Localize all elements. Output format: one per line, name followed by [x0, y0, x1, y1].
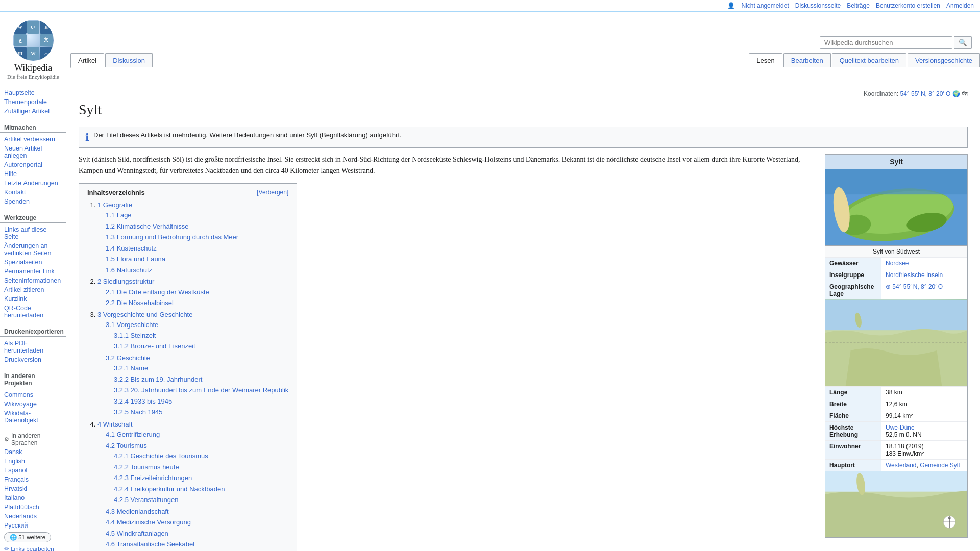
site-title: Wikipedia	[14, 63, 52, 73]
sidebar-item-kurzlink[interactable]: Kurzlink	[0, 294, 66, 304]
user-icon: 👤	[727, 2, 735, 9]
sidebar-item-lang-nederlands[interactable]: Nederlands	[0, 512, 66, 521]
infobox-value-gewaesser: Nordsee	[881, 258, 967, 269]
wikipedia-logo[interactable]: WいЯ ع文 ШWω	[13, 20, 54, 61]
search-input[interactable]	[820, 36, 952, 49]
sidebar-languages-title: ⚙ In anderen Sprachen	[0, 431, 66, 447]
search-button[interactable]: 🔍	[954, 36, 972, 49]
sidebar-item-verlinkungen[interactable]: Änderungen an verlinkten Seiten	[0, 241, 66, 258]
toc-item-3-2-3: 3.2.3 20. Jahrhundert bis zum Ende der W…	[114, 385, 288, 396]
sidebar-item-lang-russian[interactable]: Русский	[0, 521, 66, 530]
sidebar-item-lang-dansk[interactable]: Dansk	[0, 447, 66, 457]
sidebar-item-wikivoyage[interactable]: Wikivoyage	[0, 399, 66, 409]
infobox-label-breite: Breite	[825, 398, 881, 410]
sidebar-item-themenportale[interactable]: Themenportale	[0, 97, 66, 107]
sidebar-item-lang-espanol[interactable]: Español	[0, 466, 66, 475]
links-bearbeiten[interactable]: ✏ Links bearbeiten	[0, 544, 58, 551]
toc-item-4-1: 4.1 Gentrifizierung	[106, 429, 288, 440]
sidebar-item-lang-italiano[interactable]: Italiano	[0, 493, 66, 503]
tab-diskussion[interactable]: Diskussion	[105, 53, 153, 67]
toc-item-3-1: 3.1 Vorgeschichte 3.1.1 Steinzeit 3.1.2 …	[106, 319, 288, 353]
sidebar-item-lang-francais[interactable]: Français	[0, 475, 66, 484]
sidebar-item-qrcode[interactable]: QR-Code herunterladen	[0, 304, 66, 320]
languages-label: In anderen Sprachen	[11, 432, 62, 446]
sidebar-item-artikel-verbessern[interactable]: Artikel verbessern	[0, 135, 66, 144]
toc-item-4-6: 4.6 Transatlantische Seekabel	[106, 539, 288, 550]
sidebar-item-hauptseite[interactable]: Hauptseite	[0, 88, 66, 97]
toc-item-1-5: 1.5 Flora und Fauna	[106, 254, 288, 265]
sidebar-item-autorenportal[interactable]: Autorenportal	[0, 160, 66, 169]
infobox-map2[interactable]: N	[825, 471, 967, 537]
sidebar-item-aenderungen[interactable]: Letzte Änderungen	[0, 179, 66, 188]
infobox-value-laenge: 38 km	[881, 387, 967, 398]
infobox-value-lage: ⊕ 54° 55′ N, 8° 20′ O	[881, 281, 967, 299]
sidebar-item-lang-plattdutsch[interactable]: Plattdüütsch	[0, 503, 66, 512]
infobox-row-flaeche: Fläche 99,14 km²	[825, 410, 967, 421]
tab-artikel[interactable]: Artikel	[70, 53, 104, 68]
sidebar-item-spezialseiten[interactable]: Spezialseiten	[0, 258, 66, 267]
toc-item-4-2-3: 4.2.3 Freizeiteinrichtungen	[114, 472, 288, 484]
view-tab-group: Lesen Bearbeiten Quelltext bearbeiten Ve…	[749, 53, 980, 67]
login-link[interactable]: Anmelden	[946, 2, 974, 9]
tab-bearbeiten[interactable]: Bearbeiten	[783, 53, 831, 67]
toc-item-2-2: 2.2 Die Nössehalbinsel	[106, 297, 288, 309]
sidebar-item-hilfe[interactable]: Hilfe	[0, 169, 66, 179]
sidebar-item-neuer-artikel[interactable]: Neuen Artikel anlegen	[0, 144, 66, 160]
toc-item-2-1: 2.1 Die Orte entlang der Westküste	[106, 287, 288, 298]
infobox-value-hoechste: Uwe-Düne52,5 m ü. NN	[881, 422, 967, 440]
infobox-title: Sylt	[825, 155, 967, 169]
more-languages-badge[interactable]: 🌐 51 weitere	[4, 532, 51, 542]
sidebar-item-zitieren[interactable]: Artikel zitieren	[0, 285, 66, 294]
article-tab-group: Artikel Diskussion	[70, 53, 153, 67]
tab-lesen[interactable]: Lesen	[749, 53, 782, 68]
tab-quelltext[interactable]: Quelltext bearbeiten	[832, 53, 906, 67]
infobox-row-laenge: Länge 38 km	[825, 386, 967, 398]
article-main: Sylt (dänisch Sild, nordfriesisch Söl) i…	[79, 154, 817, 551]
sidebar-item-permanenter-link[interactable]: Permanenter Link	[0, 267, 66, 276]
sidebar-item-spenden[interactable]: Spenden	[0, 197, 66, 206]
toc-item-3-2: 3.2 Geschichte 3.2.1 Name 3.2.2 Bis zum …	[106, 353, 288, 418]
toc-title: Inhaltsverzeichnis [Verbergen]	[87, 189, 288, 196]
sidebar-item-kontakt[interactable]: Kontakt	[0, 188, 66, 197]
sidebar-item-commons[interactable]: Commons	[0, 390, 66, 399]
sidebar-item-lang-english[interactable]: English	[0, 457, 66, 466]
not-logged-in-link[interactable]: Nicht angemeldet	[741, 2, 789, 9]
coords-link[interactable]: 54° 55′ N, 8° 20′ O	[900, 90, 950, 97]
infobox-value-einwohner: 18.118 (2019)183 Einw./km²	[881, 441, 967, 459]
toc-item-1-3: 1.3 Formung und Bedrohung durch das Meer	[106, 232, 288, 243]
sidebar-item-lang-hrvatski[interactable]: Hrvatski	[0, 484, 66, 493]
contributions-link[interactable]: Beiträge	[847, 2, 870, 9]
tabs-and-search: 🔍 Artikel Diskussion Lesen Bearbeiten Qu…	[66, 32, 980, 67]
sidebar-item-wikidata[interactable]: Wikidata-Datenobjekt	[0, 409, 66, 425]
sidebar-other-projects: In anderen Projekten Commons Wikivoyage …	[0, 370, 66, 425]
toc-item-4-2-1: 4.2.1 Geschichte des Tourismus	[114, 450, 288, 462]
infobox-value-breite: 12,6 km	[881, 398, 967, 410]
sidebar-languages: ⚙ In anderen Sprachen Dansk English Espa…	[0, 431, 66, 551]
infobox-label-hauptort: Hauptort	[825, 460, 881, 471]
infobox-label-einwohner: Einwohner	[825, 441, 881, 459]
sidebar-item-seiteninformationen[interactable]: Seiteninformationen	[0, 276, 66, 285]
sidebar-item-zufall[interactable]: Zufälliger Artikel	[0, 107, 66, 116]
infobox-map2-svg: N	[825, 471, 967, 537]
toc-subsub-3-1: 3.1.1 Steinzeit 3.1.2 Bronze- und Eisenz…	[106, 330, 288, 352]
sidebar-mitmachen: Mitmachen Artikel verbessern Neuen Artik…	[0, 122, 66, 206]
sidebar-item-pdf[interactable]: Als PDF herunterladen	[0, 339, 66, 355]
infobox-row-hauptort: Hauptort Westerland, Gemeinde Sylt	[825, 459, 967, 471]
infobox-label-inselgruppe: Inselgruppe	[825, 269, 881, 281]
toc-heading: Inhaltsverzeichnis	[87, 189, 145, 196]
article-body: Sylt (dänisch Sild, nordfriesisch Söl) i…	[79, 154, 968, 551]
sidebar-item-druckversion[interactable]: Druckversion	[0, 355, 66, 364]
toc-item-4-3: 4.3 Medienlandschaft	[106, 506, 288, 517]
content: Koordinaten: 54° 55′ N, 8° 20′ O 🌍 🗺 Syl…	[66, 84, 980, 551]
discussion-link[interactable]: Diskussionsseite	[795, 2, 841, 9]
infobox-row-inselgruppe: Inselgruppe Nordfriesische Inseln	[825, 269, 967, 281]
infobox: Sylt Sylt von Südwest	[825, 154, 968, 538]
toc-toggle[interactable]: [Verbergen]	[257, 189, 288, 196]
sidebar-item-links-auf[interactable]: Links auf diese Seite	[0, 225, 66, 241]
toc-sub-4: 4.1 Gentrifizierung 4.2 Tourismus 4.2.1 …	[97, 429, 288, 551]
infobox-row-hoechste: Höchste Erhebung Uwe-Düne52,5 m ü. NN	[825, 421, 967, 440]
create-account-link[interactable]: Benutzerkonto erstellen	[876, 2, 940, 9]
toc-item-4-2-2: 4.2.2 Tourismus heute	[114, 462, 288, 473]
infobox-map[interactable]	[825, 299, 967, 386]
tab-versionsgeschichte[interactable]: Versionsgeschichte	[908, 53, 980, 67]
